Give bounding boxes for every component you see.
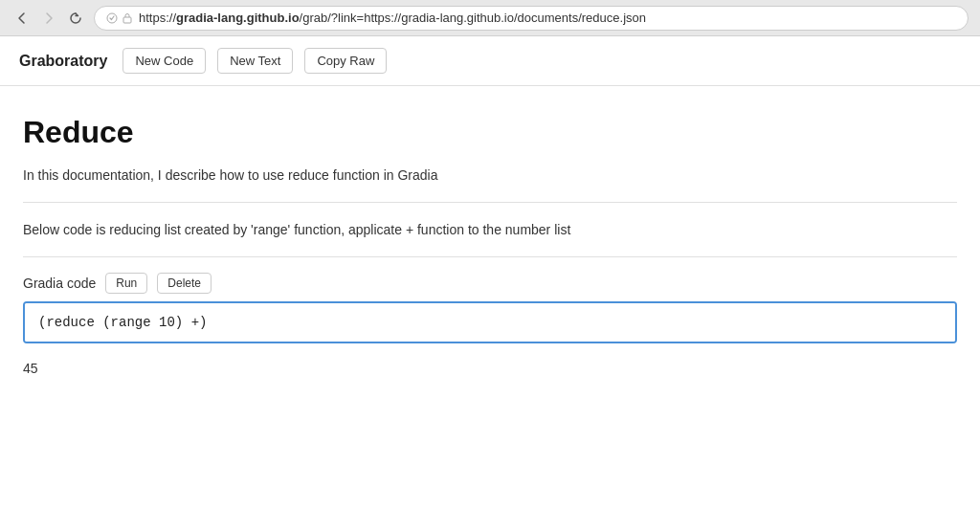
url-path: /grab/?link=https://gradia-lang.github.i… (300, 11, 646, 25)
url-text: https://gradia-lang.github.io/grab/?link… (139, 11, 956, 25)
new-text-button[interactable]: New Text (217, 48, 293, 74)
reload-button[interactable] (65, 10, 86, 27)
back-button[interactable] (11, 10, 33, 27)
main-content: Reduce In this documentation, I describe… (0, 86, 980, 530)
code-section: Gradia code Run Delete 45 (23, 273, 957, 380)
browser-chrome: https://gradia-lang.github.io/grab/?link… (0, 0, 980, 36)
run-button[interactable]: Run (105, 273, 147, 294)
delete-button[interactable]: Delete (157, 273, 212, 294)
forward-button[interactable] (38, 10, 59, 27)
toolbar: Graboratory New Code New Text Copy Raw (0, 36, 980, 86)
page-description: In this documentation, I describe how to… (23, 167, 957, 183)
svg-rect-1 (123, 17, 131, 23)
nav-buttons (11, 10, 86, 27)
copy-raw-button[interactable]: Copy Raw (304, 48, 387, 74)
code-output: 45 (23, 357, 957, 380)
section-text: Below code is reducing list created by '… (23, 218, 957, 237)
code-section-label: Gradia code (23, 276, 96, 291)
address-bar[interactable]: https://gradia-lang.github.io/grab/?link… (94, 6, 969, 31)
security-icons (106, 12, 133, 24)
code-section-header: Gradia code Run Delete (23, 273, 957, 294)
app-container: Graboratory New Code New Text Copy Raw R… (0, 36, 980, 530)
new-code-button[interactable]: New Code (122, 48, 206, 74)
page-title: Reduce (23, 115, 957, 150)
divider-2 (23, 256, 957, 257)
code-input[interactable] (23, 301, 957, 343)
url-domain: gradia-lang.github.io (176, 11, 300, 25)
brand-label: Graboratory (19, 53, 107, 70)
divider-1 (23, 202, 957, 203)
